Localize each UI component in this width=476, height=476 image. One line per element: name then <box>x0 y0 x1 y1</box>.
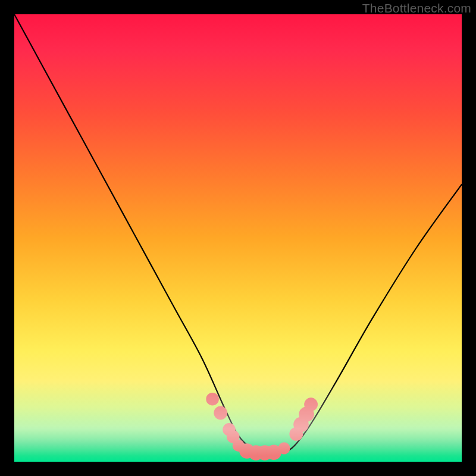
bottleneck-curve <box>14 14 462 462</box>
data-marker <box>278 442 290 454</box>
chart-frame: TheBottleneck.com <box>0 0 476 476</box>
plot-area <box>14 14 462 462</box>
data-marker <box>214 406 227 420</box>
data-marker <box>206 393 219 406</box>
watermark-text: TheBottleneck.com <box>362 1 471 15</box>
data-marker <box>304 397 318 411</box>
